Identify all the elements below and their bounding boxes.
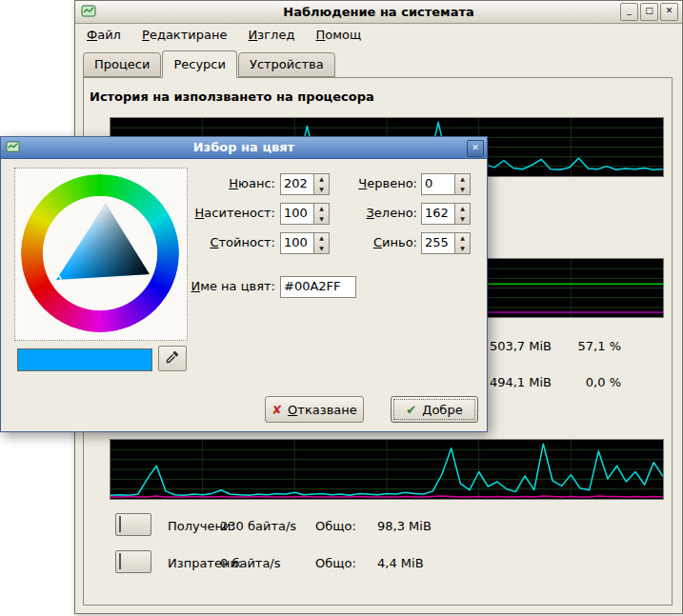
desktop: Наблюдение на системата _ □ ✕ Файл Редак… [0, 0, 683, 616]
green-up-arrow[interactable]: ▲ [455, 204, 470, 214]
cancel-label: Отказване [288, 403, 357, 417]
cancel-button[interactable]: ✘ Отказване [265, 396, 364, 423]
green-spinbox[interactable]: 162 ▲▼ [421, 203, 471, 225]
sv-triangle[interactable] [43, 196, 157, 310]
sent-rate: 0 байта/s [220, 556, 281, 570]
green-label-text: елено: [374, 206, 417, 220]
red-mnemonic: Ч [358, 176, 367, 190]
blue-up-arrow[interactable]: ▲ [455, 233, 470, 244]
ok-label: Добре [422, 403, 462, 417]
menu-edit-label: едактиране [150, 28, 228, 42]
saturation-value[interactable]: 100 [281, 204, 313, 224]
color-name-label: Име на цвят: [168, 279, 275, 293]
ok-mnemonic: Д [422, 403, 432, 417]
saturation-up-arrow[interactable]: ▲ [314, 204, 329, 214]
menu-view-mnemonic: И [249, 28, 258, 42]
memory-percent-value: 57,1 % [564, 339, 621, 353]
blue-value[interactable]: 255 [422, 233, 454, 253]
eyedropper-button[interactable] [158, 346, 187, 371]
tab-processes[interactable]: Процеси [83, 52, 161, 77]
blue-down-arrow[interactable]: ▼ [455, 244, 470, 254]
dialog-title: Избор на цвят [1, 140, 487, 154]
red-up-arrow[interactable]: ▲ [455, 174, 470, 185]
menu-file[interactable]: Файл [78, 25, 130, 45]
hue-label-text: юанс: [238, 176, 275, 190]
color-preview [17, 348, 152, 371]
value-down-arrow[interactable]: ▼ [314, 244, 329, 254]
received-color-button[interactable] [115, 513, 151, 536]
cancel-mnemonic: О [288, 403, 297, 417]
menu-file-mnemonic: Ф [87, 28, 97, 42]
dialog-close-button[interactable]: ✕ [467, 140, 484, 157]
sent-color-button[interactable] [115, 550, 151, 573]
maximize-button[interactable]: □ [640, 3, 658, 21]
minimize-button[interactable]: _ [620, 3, 638, 21]
color-name-input[interactable]: #00A2FF [280, 276, 356, 298]
hue-label: Нюанс: [194, 176, 275, 190]
green-value[interactable]: 162 [422, 204, 454, 224]
menu-view-label: зглед [257, 28, 294, 42]
swap-percent-value: 0,0 % [564, 375, 621, 389]
green-down-arrow[interactable]: ▼ [455, 214, 470, 225]
green-mnemonic: З [367, 206, 374, 220]
value-up-arrow[interactable]: ▲ [314, 233, 329, 244]
green-label: Зелено: [336, 206, 417, 220]
menu-edit-mnemonic: Р [142, 28, 150, 42]
red-down-arrow[interactable]: ▼ [455, 185, 470, 195]
red-label: Червено: [336, 176, 417, 190]
saturation-label: Наситеност: [194, 206, 275, 220]
cpu-section-title: История на използването на процесора [90, 89, 374, 104]
menu-view[interactable]: Изглед [240, 25, 304, 45]
cancel-label-text: тказване [297, 403, 356, 417]
saturation-mnemonic: Н [195, 206, 205, 220]
red-spinbox[interactable]: 0 ▲▼ [421, 173, 471, 195]
saturation-spinbox[interactable]: 100 ▲▼ [280, 203, 330, 225]
dialog-titlebar[interactable]: Избор на цвят ✕ [1, 137, 487, 159]
value-label-text: тойност: [218, 235, 275, 249]
eyedropper-icon [165, 349, 180, 365]
red-value[interactable]: 0 [422, 174, 454, 194]
menu-edit[interactable]: Редактиране [133, 25, 235, 45]
menu-file-label: айл [97, 28, 121, 42]
blue-label-text: иньо: [382, 235, 417, 249]
color-name-label-text: ме на цвят: [200, 279, 275, 293]
blue-label: Синьо: [336, 235, 417, 249]
hue-down-arrow[interactable]: ▼ [314, 185, 329, 195]
blue-mnemonic: С [373, 235, 382, 249]
color-picker-dialog: Избор на цвят ✕ [0, 136, 488, 432]
sent-color-swatch [119, 553, 121, 569]
received-color-swatch [119, 516, 121, 532]
hue-value[interactable]: 202 [281, 174, 313, 194]
received-total: 98,3 MiB [377, 519, 432, 533]
sent-total: 4,4 MiB [377, 556, 424, 570]
received-total-label: Общо: [315, 519, 356, 533]
network-history-chart [110, 439, 664, 500]
close-button[interactable]: ✕ [660, 3, 678, 21]
cancel-icon: ✘ [271, 403, 282, 417]
ok-label-text: обре [432, 403, 462, 417]
tab-bar: ПроцесиРесурсиУстройства [83, 50, 336, 78]
hue-mnemonic: Н [229, 176, 238, 190]
color-wheel-area [14, 168, 188, 341]
color-name-mnemonic: И [191, 279, 200, 293]
value-value[interactable]: 100 [281, 233, 313, 253]
window-title: Наблюдение на системата [75, 5, 682, 19]
menu-help-mnemonic: П [316, 28, 326, 42]
value-spinbox[interactable]: 100 ▲▼ [280, 232, 330, 254]
tab-resources[interactable]: Ресурси [162, 50, 237, 78]
menu-help[interactable]: Помощ [308, 25, 371, 45]
menu-help-label: омощ [325, 28, 361, 42]
hue-up-arrow[interactable]: ▲ [314, 174, 329, 185]
menubar: Файл Редактиране Изглед Помощ [78, 25, 370, 47]
saturation-down-arrow[interactable]: ▼ [314, 214, 329, 225]
value-label: Стойност: [194, 235, 275, 249]
tab-devices[interactable]: Устройства [238, 52, 335, 77]
received-rate: 230 байта/s [220, 519, 296, 533]
hue-spinbox[interactable]: 202 ▲▼ [280, 173, 330, 195]
ok-icon: ✔ [406, 403, 416, 417]
titlebar[interactable]: Наблюдение на системата _ □ ✕ [75, 1, 682, 24]
red-label-text: ервено: [367, 176, 417, 190]
ok-button[interactable]: ✔ Добре [391, 396, 478, 423]
sent-total-label: Общо: [315, 556, 356, 570]
blue-spinbox[interactable]: 255 ▲▼ [421, 232, 471, 254]
